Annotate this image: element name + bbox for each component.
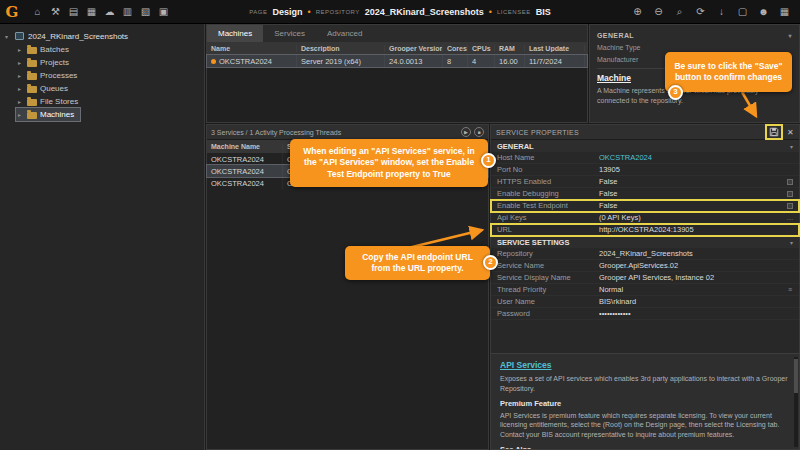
breadcrumb-separator: • — [489, 7, 492, 17]
sidebar-item-file-stores[interactable]: ▸File Stores — [16, 95, 84, 108]
property-label: User Name — [497, 297, 599, 306]
callout-text: When editing an "API Services" service, … — [299, 146, 479, 179]
repository-value[interactable]: 2024_RKinard_Screenshots — [365, 7, 484, 17]
machine-cell: 8 — [443, 55, 468, 67]
machine-cell: Server 2019 (x64) — [297, 55, 385, 67]
property-row-port-no[interactable]: Port No13905 — [491, 164, 799, 176]
callout-text: Be sure to click the "Save" button to co… — [674, 61, 783, 83]
sidebar-item-queues[interactable]: ▸Queues — [16, 82, 74, 95]
property-section-service-settings[interactable]: SERVICE SETTINGS▾ — [491, 236, 799, 248]
chevron-right-icon[interactable]: ▸ — [18, 72, 24, 79]
see-also-heading: See Also — [500, 445, 790, 449]
home-icon[interactable]: ⌂ — [30, 4, 45, 20]
menu-icon[interactable]: ≡ — [788, 286, 792, 293]
apps-icon[interactable]: ▦ — [777, 4, 792, 20]
column-header-description: Description — [297, 45, 385, 52]
chevron-down-icon[interactable]: ▾ — [790, 239, 793, 246]
sidebar-root-node[interactable]: ▾ 2024_RKinard_Screenshots — [0, 29, 204, 43]
refresh-icon[interactable]: ⟳ — [693, 4, 708, 20]
property-row-api-keys[interactable]: Api Keys(0 API Keys)… — [491, 212, 799, 224]
service-properties-header: SERVICE PROPERTIES ✕ — [491, 125, 799, 140]
property-row-host-name[interactable]: Host NameOKCSTRA2024 — [491, 152, 799, 164]
chevron-right-icon[interactable]: ▸ — [18, 98, 24, 105]
help-title-link[interactable]: API Services — [500, 360, 790, 370]
chevron-down-icon[interactable]: ▾ — [5, 33, 11, 40]
tab-advanced[interactable]: Advanced — [316, 25, 374, 42]
chevron-down-icon[interactable]: ▾ — [789, 32, 792, 39]
premium-feature-text: API Services is premium feature which re… — [500, 411, 790, 440]
repository-label: REPOSITORY — [316, 9, 360, 15]
licensee-value[interactable]: BIS — [536, 7, 551, 17]
property-row-repository[interactable]: Repository2024_RKinard_Screenshots — [491, 248, 799, 260]
machine-row[interactable]: OKCSTRA2024Server 2019 (x64)24.0.0013841… — [207, 55, 587, 67]
machines-icon[interactable]: ▣ — [156, 4, 171, 20]
sidebar-item-projects[interactable]: ▸Projects — [16, 56, 75, 69]
property-row-service-display-name[interactable]: Service Display NameGrooper API Services… — [491, 272, 799, 284]
folder-icon — [27, 73, 37, 80]
batches-icon[interactable]: ▤ — [66, 4, 81, 20]
property-row-service-name[interactable]: Service NameGrooper.ApiServices.02 — [491, 260, 799, 272]
scrollbar[interactable] — [794, 357, 798, 447]
ellipsis-button[interactable]: … — [787, 214, 794, 221]
search-icon[interactable]: ⌕ — [672, 4, 687, 20]
property-row-password[interactable]: Password•••••••••••• — [491, 308, 799, 320]
chevron-down-icon[interactable]: ▾ — [790, 143, 793, 150]
stats-icon[interactable]: ▧ — [138, 4, 153, 20]
help-intro-text: Exposes a set of API services which enab… — [500, 374, 790, 394]
close-icon[interactable]: ✕ — [787, 128, 794, 137]
chevron-right-icon[interactable]: ▸ — [18, 59, 24, 66]
monitor-icon[interactable]: ▢ — [735, 4, 750, 20]
start-service-button[interactable]: ▶ — [461, 127, 471, 137]
tab-machines[interactable]: Machines — [207, 25, 263, 42]
property-label: URL — [497, 225, 599, 234]
checkbox-icon[interactable] — [787, 203, 793, 209]
tab-services[interactable]: Services — [263, 25, 316, 42]
services-summary-text: 3 Services / 1 Activity Processing Threa… — [211, 129, 458, 136]
callout-save-changes: Be sure to click the "Save" button to co… — [665, 52, 792, 92]
property-value: Normal — [599, 285, 781, 294]
checkbox-icon[interactable] — [787, 191, 793, 197]
column-header-machine-name: Machine Name — [207, 143, 283, 150]
sidebar-item-label: Processes — [40, 71, 77, 80]
chevron-right-icon[interactable]: ▸ — [18, 46, 24, 53]
stop-service-button[interactable]: ■ — [474, 127, 484, 137]
property-section-general[interactable]: GENERAL▾ — [491, 140, 799, 152]
user-icon[interactable]: ☻ — [756, 4, 771, 20]
property-row-thread-priority[interactable]: Thread PriorityNormal≡ — [491, 284, 799, 296]
add-circle-icon[interactable]: ⊕ — [630, 4, 645, 20]
property-row-https-enabled[interactable]: HTTPS EnabledFalse — [491, 176, 799, 188]
tools-icon[interactable]: ⚒ — [48, 4, 63, 20]
property-row-url[interactable]: URLhttp://OKCSTRA2024:13905 — [491, 224, 799, 236]
top-bar: G ⌂⚒▤▦☁▥▧▣ PAGE Design • REPOSITORY 2024… — [0, 0, 800, 24]
callout-enable-test-endpoint: When editing an "API Services" service, … — [290, 139, 488, 187]
property-row-enable-debugging[interactable]: Enable DebuggingFalse — [491, 188, 799, 200]
sidebar-item-batches[interactable]: ▸Batches — [16, 43, 75, 56]
checkbox-icon[interactable] — [787, 179, 793, 185]
sidebar-item-machines[interactable]: ▸Machines — [16, 108, 80, 121]
chevron-right-icon[interactable]: ▸ — [18, 111, 24, 118]
property-label: Repository — [497, 249, 599, 258]
download-icon[interactable]: ↓ — [714, 4, 729, 20]
service-cell: OKCSTRA2024 — [207, 165, 283, 177]
sidebar-item-processes[interactable]: ▸Processes — [16, 69, 83, 82]
page-value[interactable]: Design — [273, 7, 303, 17]
save-button[interactable] — [767, 126, 781, 138]
general-section-header[interactable]: GENERAL ▾ — [597, 29, 792, 41]
property-row-enable-test-endpoint[interactable]: Enable Test EndpointFalse — [491, 200, 799, 212]
remove-circle-icon[interactable]: ⊖ — [651, 4, 666, 20]
scrollbar-thumb[interactable] — [794, 359, 798, 393]
column-header-last-update: Last Update — [525, 45, 585, 52]
field-label: Machine Type — [597, 44, 640, 51]
property-value: http://OKCSTRA2024:13905 — [599, 225, 781, 234]
chevron-right-icon[interactable]: ▸ — [18, 85, 24, 92]
grooper-logo-icon[interactable]: G — [0, 3, 24, 21]
property-row-user-name[interactable]: User NameBIS\rkinard — [491, 296, 799, 308]
property-grid: GENERAL▾Host NameOKCSTRA2024Port No13905… — [491, 140, 799, 320]
sidebar-items: ▸Batches▸Projects▸Processes▸Queues▸File … — [0, 43, 204, 121]
repository-icon — [15, 32, 24, 40]
cloud-icon[interactable]: ☁ — [102, 4, 117, 20]
imports-icon[interactable]: ▦ — [84, 4, 99, 20]
jobs-icon[interactable]: ▥ — [120, 4, 135, 20]
property-label: Port No — [497, 165, 599, 174]
grooper-app-window: G ⌂⚒▤▦☁▥▧▣ PAGE Design • REPOSITORY 2024… — [0, 0, 800, 450]
